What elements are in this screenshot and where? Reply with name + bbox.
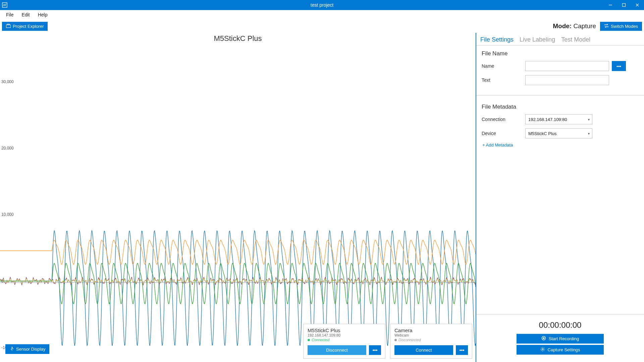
y-tick-label: 20,000	[1, 146, 20, 150]
switch-modes-button[interactable]: Switch Modes	[600, 22, 642, 31]
chart-plot	[0, 43, 476, 362]
camera-status-text: Disconnected	[398, 338, 421, 342]
svg-rect-5	[6, 25, 11, 28]
titlebar: test project	[0, 0, 644, 10]
switch-modes-label: Switch Modes	[611, 24, 638, 29]
chart-area: M5StickC Plus -30,000-20,000-10,000010,0…	[0, 33, 476, 362]
menubar: File Edit Help	[0, 10, 644, 19]
svg-line-15	[541, 348, 541, 348]
maximize-icon[interactable]	[617, 0, 631, 10]
mode-value: Capture	[573, 22, 596, 29]
device-select[interactable]: M5StickC Plus ▾	[525, 128, 592, 138]
svg-point-7	[12, 347, 13, 348]
section-file-name-heading: File Name	[482, 50, 639, 57]
start-recording-button[interactable]: Start Recording	[517, 334, 604, 344]
right-panel-tabs: File Settings Live Labeling Test Model	[476, 33, 644, 46]
window-title: test project	[0, 2, 644, 8]
camera-card-title: Camera	[394, 327, 468, 333]
sensor-display-button[interactable]: Sensor Display	[5, 344, 49, 354]
name-label: Name	[482, 63, 525, 69]
menu-file[interactable]: File	[3, 11, 17, 18]
toolbar: Project Explorer Mode: Capture Switch Mo…	[0, 19, 644, 33]
camera-card-subtitle: Webcam	[394, 333, 468, 337]
svg-line-18	[541, 350, 541, 351]
name-input[interactable]	[525, 61, 609, 71]
device-status-text: Connected	[312, 338, 329, 342]
briefcase-icon	[6, 24, 11, 29]
camera-card: Camera Webcam Disconnected Connect •••	[390, 324, 472, 359]
status-dot-icon	[308, 339, 310, 341]
tab-test-model[interactable]: Test Model	[561, 36, 590, 43]
svg-line-17	[544, 348, 544, 348]
svg-rect-6	[7, 24, 9, 25]
capture-settings-label: Capture Settings	[548, 347, 580, 352]
project-explorer-button[interactable]: Project Explorer	[2, 22, 48, 31]
sensor-display-label: Sensor Display	[16, 347, 45, 352]
camera-menu-button[interactable]: •••	[456, 345, 468, 355]
device-menu-button[interactable]: •••	[369, 345, 381, 355]
svg-rect-2	[623, 4, 626, 7]
connection-value: 192.168.147.109:80	[525, 114, 592, 124]
running-icon	[9, 346, 14, 352]
text-input[interactable]	[525, 75, 609, 85]
recording-timer: 00:00:00:00	[482, 320, 638, 330]
device-card-subtitle: 192.168.147.109:80	[308, 333, 381, 337]
svg-line-16	[544, 350, 544, 351]
disconnect-button[interactable]: Disconnect	[308, 345, 366, 355]
tab-live-labeling[interactable]: Live Labeling	[520, 36, 555, 43]
project-explorer-label: Project Explorer	[13, 24, 44, 29]
right-panel: File Settings Live Labeling Test Model F…	[476, 33, 644, 362]
start-recording-label: Start Recording	[549, 336, 579, 341]
device-card: M5StickC Plus 192.168.147.109:80 Connect…	[303, 324, 385, 359]
y-tick-label: 0	[1, 279, 20, 284]
chart-title: M5StickC Plus	[0, 33, 476, 43]
status-dot-icon	[394, 339, 397, 341]
y-tick-label: 10,000	[1, 212, 20, 217]
swap-icon	[604, 24, 609, 29]
app-icon	[0, 2, 9, 8]
device-label: Device	[482, 131, 525, 136]
mode-prefix: Mode:	[553, 22, 573, 29]
chart-body[interactable]: -30,000-20,000-10,000010,00020,00030,000	[0, 43, 476, 362]
connection-select[interactable]: 192.168.147.109:80 ▾	[525, 114, 592, 124]
close-icon[interactable]	[631, 0, 644, 10]
tab-file-settings[interactable]: File Settings	[480, 36, 514, 43]
device-value: M5StickC Plus	[525, 128, 592, 138]
text-label: Text	[482, 77, 525, 83]
right-panel-footer: 00:00:00:00 Start Recording Capture Sett…	[476, 314, 644, 362]
connect-button[interactable]: Connect	[394, 345, 453, 355]
capture-settings-button[interactable]: Capture Settings	[517, 345, 604, 355]
svg-point-10	[542, 349, 543, 350]
gear-icon	[540, 347, 545, 353]
section-metadata-heading: File Metadata	[482, 104, 639, 110]
menu-edit[interactable]: Edit	[18, 11, 33, 18]
record-icon	[541, 336, 546, 342]
svg-point-9	[543, 338, 544, 339]
device-card-title: M5StickC Plus	[308, 327, 381, 333]
menu-help[interactable]: Help	[35, 11, 51, 18]
add-metadata-link[interactable]: + Add Metadata	[482, 142, 639, 147]
connection-label: Connection	[482, 117, 525, 122]
mode-indicator: Mode: Capture	[553, 22, 596, 30]
minimize-icon[interactable]	[604, 0, 617, 10]
name-more-button[interactable]: •••	[612, 61, 626, 71]
y-tick-label: 30,000	[1, 79, 20, 84]
